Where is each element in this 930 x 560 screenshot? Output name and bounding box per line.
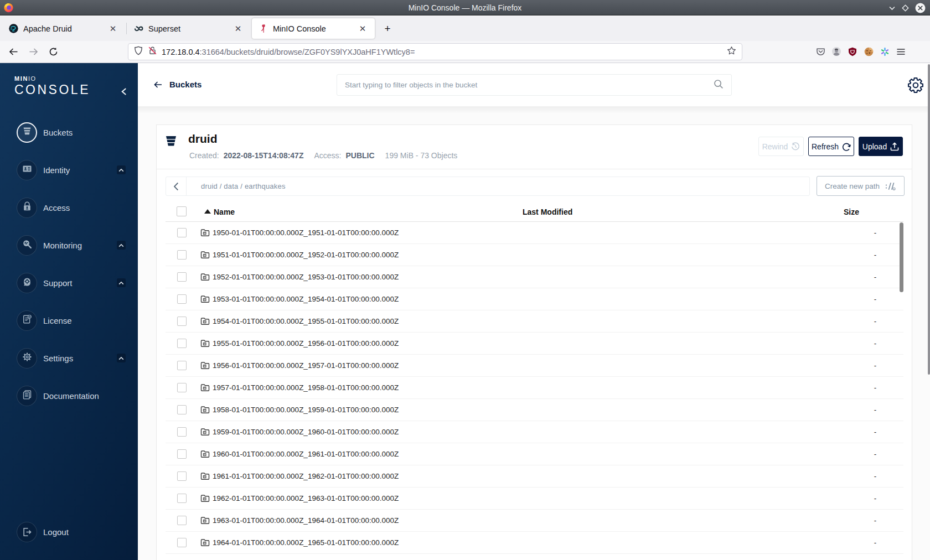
sidebar-item-monitoring[interactable]: Monitoring [0,230,138,261]
bucket-browser-card: druid Created: 2022-08-15T14:08:47Z Acce… [156,125,912,560]
multi-account-icon[interactable] [878,44,891,59]
reload-icon[interactable] [44,43,62,60]
object-row[interactable]: 1953-01-01T00:00:00.000Z_1954-01-01T00:0… [166,288,903,310]
sort-ascending-icon[interactable] [204,209,211,214]
bookmark-star-icon[interactable] [727,46,736,58]
object-row[interactable]: 1958-01-01T00:00:00.000Z_1959-01-01T00:0… [166,399,903,421]
folder-icon [200,516,210,525]
row-checkbox[interactable] [177,339,187,348]
window-maximize-icon[interactable] [902,4,909,12]
sidebar-item-identity[interactable]: Identity [0,154,138,185]
new-tab-button[interactable]: + [379,20,396,37]
chevron-up-icon[interactable] [117,278,126,287]
ublock-icon[interactable] [846,44,859,59]
object-name: 1953-01-01T00:00:00.000Z_1954-01-01T00:0… [213,295,399,303]
pocket-icon[interactable] [814,44,827,59]
row-checkbox[interactable] [177,427,187,437]
breadcrumb-path[interactable]: druid / data / earthquakes [201,182,286,190]
row-checkbox[interactable] [177,272,187,282]
access-label: Access: [314,151,341,160]
search-input[interactable] [345,81,714,89]
object-row[interactable]: 1962-01-01T00:00:00.000Z_1963-01-01T00:0… [166,488,903,510]
url-host: 172.18.0.4 [162,48,200,56]
object-row[interactable]: 1957-01-01T00:00:00.000Z_1958-01-01T00:0… [166,377,903,399]
back-to-buckets-link[interactable]: Buckets [154,80,202,89]
tab-superset[interactable]: Superset ✕ [127,18,250,39]
sidebar-item-access[interactable]: Access [0,192,138,223]
create-new-path-button[interactable]: Create new path [817,176,905,196]
filter-objects-search[interactable] [337,74,732,96]
row-checkbox[interactable] [177,405,187,414]
menu-hamburger-icon[interactable] [894,44,907,59]
object-row[interactable]: 1952-01-01T00:00:00.000Z_1953-01-01T00:0… [166,266,903,288]
object-row[interactable]: 1961-01-01T00:00:00.000Z_1962-01-01T00:0… [166,465,903,488]
bucket-header: druid Created: 2022-08-15T14:08:47Z Acce… [157,125,912,169]
column-header-size[interactable]: Size [844,208,859,216]
row-checkbox[interactable] [177,294,187,304]
created-label: Created: [189,151,219,160]
sidebar-item-documentation[interactable]: Documentation [0,380,138,411]
object-row[interactable]: 1960-01-01T00:00:00.000Z_1961-01-01T00:0… [166,443,903,465]
lock-disabled-icon[interactable] [148,46,157,58]
column-header-name[interactable]: Name [214,208,235,216]
object-row[interactable]: 1950-01-01T00:00:00.000Z_1951-01-01T00:0… [166,222,903,244]
tab-apache-druid[interactable]: Apache Druid ✕ [2,18,125,39]
chevron-up-icon[interactable] [117,354,126,362]
object-row[interactable]: 1963-01-01T00:00:00.000Z_1964-01-01T00:0… [166,510,903,532]
row-checkbox[interactable] [177,449,187,459]
table-scrollbar-thumb[interactable] [900,222,903,292]
tab-close-icon[interactable]: ✕ [106,22,120,35]
tab-close-icon[interactable]: ✕ [356,22,369,35]
row-checkbox[interactable] [177,516,187,525]
sidebar-collapse-icon[interactable] [117,85,130,97]
object-row[interactable]: 1956-01-01T00:00:00.000Z_1957-01-01T00:0… [166,355,903,377]
rewind-label: Rewind [762,142,788,151]
url-bar[interactable]: 172.18.0.4:31664/buckets/druid/browse/ZG… [128,43,742,60]
upload-button[interactable]: Upload [859,137,903,156]
minio-sidebar: MINIO CONSOLE Buckets Identity Access Mo… [0,63,138,560]
shield-icon[interactable] [134,46,143,58]
breadcrumb-back-icon[interactable] [166,177,187,195]
created-value: 2022-08-15T14:08:47Z [224,151,304,160]
back-icon[interactable] [4,43,22,60]
sidebar-item-support[interactable]: Support [0,267,138,298]
object-size: - [870,229,881,237]
column-header-last-modified[interactable]: Last Modified [523,208,572,216]
row-checkbox[interactable] [177,250,187,260]
page-header: Buckets [138,63,930,107]
chevron-up-icon[interactable] [117,241,126,250]
row-checkbox[interactable] [177,228,187,237]
logo-io: IO [28,75,37,82]
object-name: 1957-01-01T00:00:00.000Z_1958-01-01T00:0… [213,383,399,392]
object-row[interactable]: 1951-01-01T00:00:00.000Z_1952-01-01T00:0… [166,244,903,266]
object-row[interactable]: 1955-01-01T00:00:00.000Z_1956-01-01T00:0… [166,333,903,355]
cookie-icon[interactable] [862,44,875,59]
object-row[interactable]: 1954-01-01T00:00:00.000Z_1955-01-01T00:0… [166,310,903,333]
lock-user-icon [17,198,37,218]
row-checkbox[interactable] [177,538,187,547]
window-minimize-icon[interactable] [888,4,896,12]
page-scrollbar-thumb[interactable] [928,64,930,375]
rewind-button[interactable]: Rewind [758,137,804,156]
row-checkbox[interactable] [177,471,187,481]
row-checkbox[interactable] [177,361,187,370]
window-title: MinIO Console — Mozilla Firefox [0,3,930,12]
row-checkbox[interactable] [177,383,187,392]
object-row[interactable]: 1959-01-01T00:00:00.000Z_1960-01-01T00:0… [166,421,903,443]
tab-close-icon[interactable]: ✕ [231,22,245,35]
sidebar-item-buckets[interactable]: Buckets [0,117,138,148]
object-row[interactable]: 1964-01-01T00:00:00.000Z_1965-01-01T00:0… [166,532,903,554]
select-all-checkbox[interactable] [177,206,187,216]
row-checkbox[interactable] [177,494,187,503]
forward-icon[interactable] [24,43,42,60]
row-checkbox[interactable] [177,317,187,326]
chevron-up-icon[interactable] [117,165,126,174]
sidebar-item-logout[interactable]: Logout [0,516,138,547]
sidebar-item-license[interactable]: License [0,305,138,336]
sidebar-item-settings[interactable]: Settings [0,343,138,374]
settings-gear-icon[interactable] [908,77,923,93]
tab-minio-console[interactable]: MinIO Console ✕ [252,18,375,39]
window-close-icon[interactable] [915,3,926,13]
extension-icon[interactable] [830,44,843,59]
refresh-button[interactable]: Refresh [808,137,854,156]
